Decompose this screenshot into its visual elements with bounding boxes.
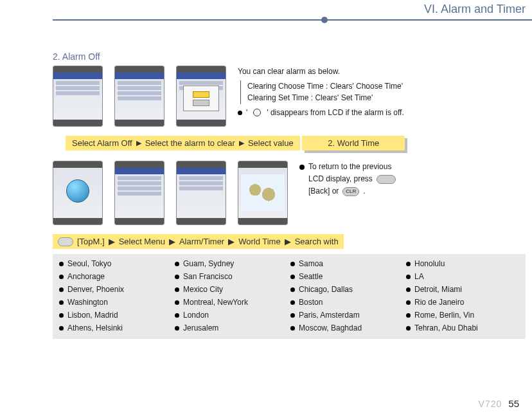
return-line1: To return to the previous — [308, 161, 391, 173]
phone-screenshot — [53, 66, 103, 127]
city-item: LA — [406, 272, 519, 281]
alarm-off-instructions: You can clear alarm as below. Clearing C… — [238, 66, 526, 118]
city-item: Montreal, NewYork — [175, 298, 288, 307]
bullet-icon — [175, 326, 179, 331]
bullet-icon — [175, 313, 179, 318]
bullet-icon — [175, 287, 179, 292]
soft-key-icon — [58, 237, 73, 246]
path-step: Alarm/Timer — [179, 237, 224, 246]
city-item: Samoa — [290, 259, 403, 268]
page-number: 55 — [508, 398, 519, 409]
page-header: VI. Alarm and Timer — [424, 3, 526, 16]
city-name: Chicago, Dallas — [299, 285, 353, 294]
city-item: Paris, Amsterdam — [290, 311, 403, 320]
page-footer: V720 55 — [479, 398, 519, 409]
bullet-icon — [175, 262, 179, 266]
city-name: Mexico City — [183, 285, 223, 294]
city-item: Detroit, Miami — [406, 285, 519, 294]
bullet-icon — [59, 300, 64, 305]
info-intro: You can clear alarm as below. — [238, 66, 526, 78]
disappear-text-a: ' — [246, 107, 247, 119]
bullet-icon — [406, 275, 411, 279]
city-name: Anchorage — [67, 272, 105, 281]
path-step: Select value — [248, 138, 294, 148]
city-item: Anchorage — [59, 272, 172, 281]
bullet-icon — [59, 313, 64, 318]
city-item: Rome, Berlin, Vin — [406, 311, 519, 320]
bullet-icon — [238, 111, 242, 115]
city-item: Lisbon, Madrid — [59, 311, 172, 320]
path-step: [TopM.] — [77, 237, 105, 246]
city-item: Honolulu — [406, 259, 519, 268]
model-number: V720 — [479, 399, 502, 409]
path-step: Select Alarm Off — [72, 138, 132, 148]
city-item: Boston — [290, 298, 403, 307]
city-name: Denver, Phoenix — [67, 285, 124, 294]
arrow-icon: ▶ — [109, 237, 115, 246]
city-name: Athens, Helsinki — [67, 323, 123, 332]
alarm-icon — [251, 108, 263, 117]
city-name: Rome, Berlin, Vin — [414, 311, 474, 320]
bullet-icon — [406, 300, 411, 305]
bullet-icon — [406, 326, 411, 331]
bullet-icon — [290, 275, 295, 279]
bullet-icon — [59, 287, 64, 292]
arrow-icon: ▶ — [285, 237, 291, 246]
clr-key-icon: CLR — [342, 187, 359, 196]
bullet-icon — [175, 275, 179, 279]
city-item: Athens, Helsinki — [59, 323, 172, 332]
arrow-icon: ▶ — [136, 139, 141, 147]
city-item: Seattle — [290, 272, 403, 281]
city-name: Honolulu — [414, 259, 445, 268]
return-line3a: [Back] or — [308, 185, 339, 197]
city-item: Moscow, Baghdad — [290, 323, 403, 332]
bullet-icon — [290, 287, 295, 292]
bullet-icon — [175, 300, 179, 305]
bullet-icon — [290, 300, 295, 305]
bullet-icon — [290, 262, 295, 266]
header-rule — [53, 19, 532, 21]
path-step: World Time — [238, 237, 281, 246]
city-name: Moscow, Baghdad — [299, 323, 362, 332]
city-name: Samoa — [299, 259, 323, 268]
soft-key-icon — [377, 175, 396, 184]
city-name: Tehran, Abu Dhabi — [414, 323, 478, 332]
world-time-label: 2. World Time — [328, 138, 379, 148]
section-heading-alarm-off: 2. Alarm Off — [53, 51, 526, 62]
city-item: Denver, Phoenix — [59, 285, 172, 294]
bullet-icon — [59, 262, 64, 266]
bullet-icon — [59, 326, 64, 331]
city-item: Jerusalem — [175, 323, 288, 332]
city-name: Rio de Janeiro — [414, 298, 464, 307]
city-item: Washington — [59, 298, 172, 307]
city-name: Seattle — [299, 272, 323, 281]
city-item: Tehran, Abu Dhabi — [406, 323, 519, 332]
city-name: San Francisco — [183, 272, 233, 281]
arrow-icon: ▶ — [239, 139, 244, 147]
phone-screenshot — [238, 161, 288, 225]
city-item: San Francisco — [175, 272, 288, 281]
bullet-icon — [59, 275, 64, 279]
city-item: London — [175, 311, 288, 320]
return-line3b: . — [363, 185, 365, 197]
city-name: Montreal, NewYork — [183, 298, 248, 307]
city-item: Guam, Sydney — [175, 259, 288, 268]
city-item: Chicago, Dallas — [290, 285, 403, 294]
header-dot — [321, 17, 328, 23]
return-line2: LCD display, press — [308, 173, 373, 185]
city-name: Lisbon, Madrid — [67, 311, 118, 320]
clear-set-time: Clearing Set Time : Clears' Set Time' — [247, 92, 526, 104]
city-name: Seoul, Tokyo — [67, 259, 112, 268]
city-name: London — [183, 311, 209, 320]
path-step: Search with — [295, 237, 339, 246]
phone-screenshot — [53, 161, 103, 225]
city-name: Boston — [299, 298, 323, 307]
city-name: LA — [414, 272, 424, 281]
arrow-icon: ▶ — [228, 237, 235, 246]
bullet-icon — [406, 287, 411, 292]
city-name: Detroit, Miami — [414, 285, 462, 294]
bullet-icon — [406, 262, 411, 266]
phone-screenshot — [176, 161, 226, 225]
bullet-icon — [290, 313, 295, 318]
return-instructions: To return to the previous LCD display, p… — [299, 161, 526, 198]
